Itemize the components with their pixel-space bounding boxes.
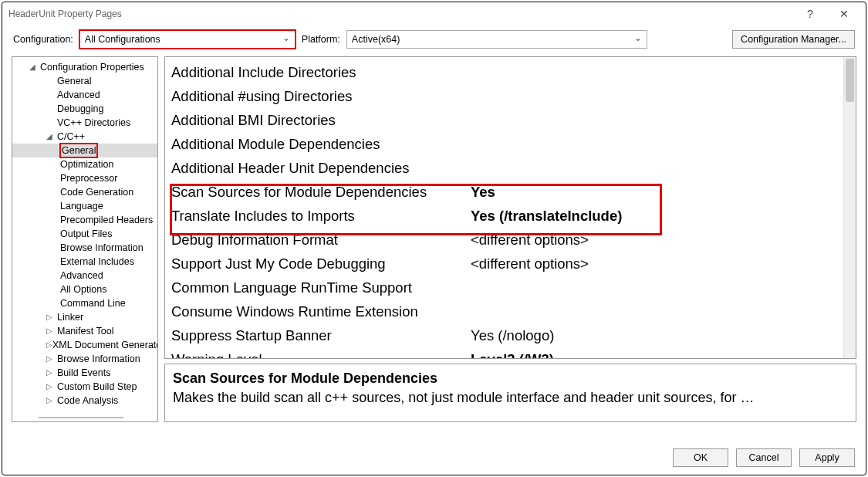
footer-buttons: OK Cancel Apply xyxy=(673,448,855,467)
property-row[interactable]: Additional Module Dependencies xyxy=(171,132,840,156)
window-title: HeaderUnit Property Pages xyxy=(8,8,795,19)
tree-item-general[interactable]: General xyxy=(12,74,157,88)
property-value[interactable]: Yes xyxy=(471,180,840,204)
tree-item-linker[interactable]: ▷Linker xyxy=(12,310,157,324)
tree-item-cpp-browseinfo[interactable]: Browse Information xyxy=(12,241,157,255)
configuration-label: Configuration: xyxy=(13,34,73,45)
main-area: ◢Configuration Properties General Advanc… xyxy=(2,56,866,422)
tree-item-cpp-output[interactable]: Output Files xyxy=(12,227,157,241)
tree-item-cpp-preproc[interactable]: Preprocessor xyxy=(12,171,157,185)
tree-item-cpp-extinc[interactable]: External Includes xyxy=(12,255,157,269)
cancel-button[interactable]: Cancel xyxy=(736,448,792,467)
property-name: Suppress Startup Banner xyxy=(171,323,471,347)
tree-item-debugging[interactable]: Debugging xyxy=(12,102,157,116)
property-row[interactable]: Additional Include Directories xyxy=(171,60,840,84)
property-name: Common Language RunTime Support xyxy=(171,276,471,299)
property-name: Warning Level xyxy=(171,347,471,359)
tree-item-manifest[interactable]: ▷Manifest Tool xyxy=(12,324,157,338)
property-row[interactable]: Support Just My Code Debugging<different… xyxy=(171,252,840,276)
configuration-value: All Configurations xyxy=(85,34,160,45)
tree-item-cpp[interactable]: ◢C/C++ xyxy=(12,130,157,144)
close-icon[interactable]: ✕ xyxy=(829,3,860,25)
property-name: Consume Windows Runtime Extension xyxy=(171,299,471,323)
property-grid: Additional Include DirectoriesAdditional… xyxy=(164,56,856,359)
description-text: Makes the build scan all c++ sources, no… xyxy=(173,387,848,408)
description-title: Scan Sources for Module Dependencies xyxy=(173,369,848,387)
apply-button[interactable]: Apply xyxy=(799,448,855,467)
tree-root[interactable]: ◢Configuration Properties xyxy=(12,60,157,74)
tree-item-browse[interactable]: ▷Browse Information xyxy=(12,352,157,366)
property-row[interactable]: Common Language RunTime Support xyxy=(171,276,840,299)
property-value[interactable]: Yes (/nologo) xyxy=(471,323,840,347)
tree-item-vcpp[interactable]: VC++ Directories xyxy=(12,116,157,130)
platform-label: Platform: xyxy=(302,34,340,45)
property-name: Debug Information Format xyxy=(171,228,471,252)
property-name: Additional Module Dependencies xyxy=(171,132,471,156)
property-value[interactable] xyxy=(471,84,840,108)
ok-button[interactable]: OK xyxy=(673,448,728,467)
configuration-combo[interactable]: All Configurations xyxy=(79,30,296,49)
property-value[interactable]: Level3 (/W3) xyxy=(471,347,840,359)
tree-item-cpp-pch[interactable]: Precompiled Headers xyxy=(12,213,157,227)
titlebar: HeaderUnit Property Pages ? ✕ xyxy=(2,2,866,25)
tree-item-cpp-cmdline[interactable]: Command Line xyxy=(12,296,157,310)
property-name: Additional #using Directories xyxy=(171,84,471,108)
property-name: Translate Includes to Imports xyxy=(171,204,471,228)
property-row[interactable]: Scan Sources for Module DependenciesYes xyxy=(171,180,840,204)
tree-item-cpp-advanced[interactable]: Advanced xyxy=(12,269,157,282)
help-icon[interactable]: ? xyxy=(795,3,826,25)
tree-item-cpp-optimization[interactable]: Optimization xyxy=(12,157,157,171)
platform-value: Active(x64) xyxy=(352,34,400,45)
content-pane: Additional Include DirectoriesAdditional… xyxy=(164,56,856,422)
property-value[interactable] xyxy=(471,108,840,132)
tree-item-custom[interactable]: ▷Custom Build Step xyxy=(12,380,157,394)
tree-item-cpp-general[interactable]: General xyxy=(12,144,157,157)
property-name: Scan Sources for Module Dependencies xyxy=(171,180,471,204)
property-row[interactable]: Additional Header Unit Dependencies xyxy=(171,156,840,180)
property-name: Additional Header Unit Dependencies xyxy=(171,156,471,180)
property-name: Support Just My Code Debugging xyxy=(171,252,471,276)
property-value[interactable]: Yes (/translateInclude) xyxy=(471,204,840,228)
sidebar-tree: ◢Configuration Properties General Advanc… xyxy=(12,56,158,422)
tree-item-cpp-language[interactable]: Language xyxy=(12,199,157,213)
tree-item-advanced[interactable]: Advanced xyxy=(12,88,157,102)
tree-item-cpp-allopt[interactable]: All Options xyxy=(12,282,157,296)
scrollbar-thumb[interactable] xyxy=(846,59,854,102)
configuration-manager-button[interactable]: Configuration Manager... xyxy=(732,30,855,49)
scrollbar[interactable] xyxy=(843,57,856,358)
property-name: Additional Include Directories xyxy=(171,60,471,84)
description-panel: Scan Sources for Module Dependencies Mak… xyxy=(164,364,856,422)
property-row[interactable]: Additional BMI Directories xyxy=(171,108,840,132)
property-value[interactable]: <different options> xyxy=(471,228,840,252)
property-value[interactable] xyxy=(471,276,840,299)
toolbar: Configuration: All Configurations Platfo… xyxy=(2,25,866,56)
tree-item-build[interactable]: ▷Build Events xyxy=(12,366,157,380)
property-row[interactable]: Consume Windows Runtime Extension xyxy=(171,299,840,323)
property-row[interactable]: Warning LevelLevel3 (/W3) xyxy=(171,347,840,359)
property-value[interactable] xyxy=(471,132,840,156)
property-row[interactable]: Suppress Startup BannerYes (/nologo) xyxy=(171,323,840,347)
property-value[interactable] xyxy=(471,60,840,84)
dialog-window: HeaderUnit Property Pages ? ✕ Configurat… xyxy=(2,2,866,475)
property-name: Additional BMI Directories xyxy=(171,108,471,132)
property-row[interactable]: Translate Includes to ImportsYes (/trans… xyxy=(171,204,840,228)
tree-item-xml[interactable]: ▷XML Document Generator xyxy=(12,338,157,352)
property-row[interactable]: Additional #using Directories xyxy=(171,84,840,108)
sidebar-scroll-indicator xyxy=(39,417,123,418)
platform-combo[interactable]: Active(x64) xyxy=(346,30,647,49)
tree-item-cpp-codegen[interactable]: Code Generation xyxy=(12,185,157,199)
property-value[interactable]: <different options> xyxy=(471,252,840,276)
tree-item-code[interactable]: ▷Code Analysis xyxy=(12,394,157,408)
property-row[interactable]: Debug Information Format<different optio… xyxy=(171,228,840,252)
property-value[interactable] xyxy=(471,156,840,180)
property-value[interactable] xyxy=(471,299,840,323)
